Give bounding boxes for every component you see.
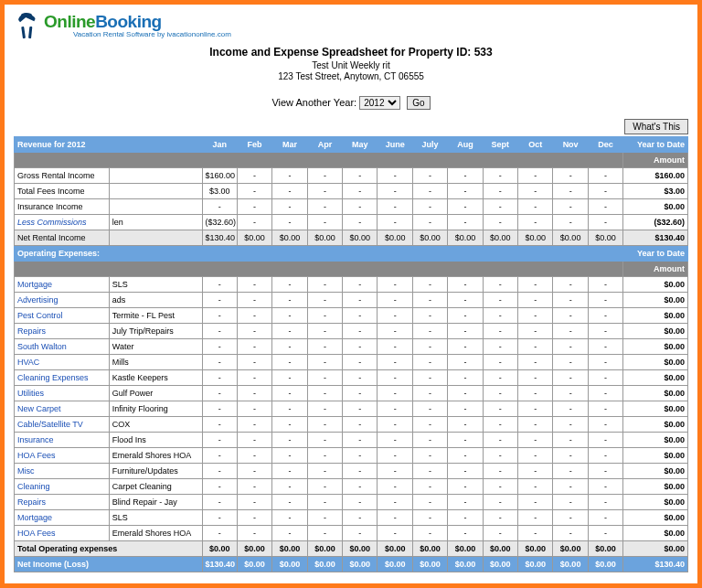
cell: -: [237, 308, 271, 324]
row-label[interactable]: Advertising: [15, 293, 110, 308]
cell: -: [378, 168, 412, 184]
cell: -: [307, 324, 342, 339]
expense-link[interactable]: Repairs: [17, 326, 46, 336]
cell: -: [553, 464, 588, 479]
row-label[interactable]: Repairs: [15, 495, 110, 510]
row-label[interactable]: Insurance: [15, 433, 110, 448]
row-label[interactable]: Cable/Satellite TV: [15, 417, 110, 433]
expense-link[interactable]: Cable/Satellite TV: [17, 420, 83, 429]
ytd-cell: $0.00: [623, 417, 688, 433]
year-select[interactable]: 2012: [359, 96, 400, 110]
month-header: Nov: [553, 137, 588, 153]
cell: $0.00: [272, 230, 307, 246]
cell: -: [588, 495, 622, 510]
month-header: June: [378, 137, 412, 153]
cell: -: [378, 277, 412, 293]
row-desc: July Trip/Repairs: [109, 324, 202, 339]
cell: $0.00: [588, 557, 622, 572]
expense-link[interactable]: HVAC: [17, 358, 39, 367]
row-label[interactable]: HOA Fees: [15, 526, 110, 541]
expense-link[interactable]: Mortgage: [17, 513, 52, 522]
expense-link[interactable]: HOA Fees: [17, 451, 56, 460]
expense-link[interactable]: Misc: [17, 466, 35, 476]
row-desc: Blind Repair - Jay: [109, 495, 202, 510]
cell: -: [518, 355, 553, 370]
cell: -: [272, 184, 307, 199]
expense-link[interactable]: Pest Control: [17, 311, 63, 320]
cell: -: [202, 199, 237, 215]
row-label[interactable]: Misc: [15, 464, 110, 479]
cell: -: [518, 510, 553, 526]
whats-this-button[interactable]: What's This: [624, 119, 688, 134]
cell: $0.00: [202, 541, 237, 557]
ytd-header: Year to Date: [623, 137, 688, 153]
cell: ($32.60): [202, 215, 237, 230]
row-label[interactable]: Mortgage: [15, 277, 110, 293]
cell: $0.00: [343, 541, 378, 557]
expense-link[interactable]: Mortgage: [17, 280, 52, 289]
row-label: Less Commissions: [15, 215, 110, 230]
row-label[interactable]: Utilities: [15, 386, 110, 401]
cell: -: [237, 479, 271, 495]
month-header: Jan: [202, 137, 237, 153]
cell: -: [202, 479, 237, 495]
expense-link[interactable]: Cleaning Expenses: [17, 373, 89, 382]
row-label[interactable]: Mortgage: [15, 510, 110, 526]
row-label[interactable]: Cleaning: [15, 479, 110, 495]
cell: $0.00: [448, 557, 483, 572]
cell: -: [483, 339, 517, 355]
cell: -: [272, 401, 307, 417]
cell: -: [378, 386, 412, 401]
cell: -: [518, 199, 553, 215]
expense-link[interactable]: Cleaning: [17, 482, 50, 491]
cell: -: [483, 526, 517, 541]
month-header: Dec: [588, 137, 622, 153]
row-label[interactable]: South Walton: [15, 339, 110, 355]
cell: -: [378, 526, 412, 541]
expense-link[interactable]: HOA Fees: [17, 529, 56, 538]
ytd-cell: $0.00: [623, 541, 688, 557]
expense-link[interactable]: New Carpet: [17, 404, 61, 413]
expense-link[interactable]: Advertising: [17, 295, 58, 305]
cell: $0.00: [483, 541, 517, 557]
cell: -: [412, 495, 447, 510]
expense-link[interactable]: Insurance: [17, 435, 54, 444]
cell: -: [518, 464, 553, 479]
row-label[interactable]: Pest Control: [15, 308, 110, 324]
cell: -: [483, 386, 517, 401]
row-label[interactable]: HOA Fees: [15, 448, 110, 464]
cell: -: [553, 293, 588, 308]
cell: -: [588, 277, 622, 293]
row-label[interactable]: Cleaning Expenses: [15, 370, 110, 386]
cell: -: [448, 277, 483, 293]
go-button[interactable]: Go: [407, 96, 430, 110]
row-desc: Emerald Shores HOA: [109, 448, 202, 464]
cell: $0.00: [378, 230, 412, 246]
row-label[interactable]: HVAC: [15, 355, 110, 370]
cell: -: [307, 448, 342, 464]
cell: -: [237, 355, 271, 370]
cell: -: [307, 479, 342, 495]
row-label[interactable]: Repairs: [15, 324, 110, 339]
expense-link[interactable]: Utilities: [17, 389, 44, 398]
cell: -: [518, 168, 553, 184]
cell: -: [343, 386, 378, 401]
ytd-cell: $0.00: [623, 401, 688, 417]
ytd-cell: $130.40: [623, 557, 688, 572]
ytd-cell: $0.00: [623, 277, 688, 293]
cell: -: [483, 510, 517, 526]
cell: $0.00: [237, 230, 271, 246]
cell: -: [343, 448, 378, 464]
cell: -: [518, 339, 553, 355]
cell: -: [448, 386, 483, 401]
expense-link[interactable]: Repairs: [17, 497, 46, 507]
expense-link[interactable]: South Walton: [17, 342, 67, 351]
cell: -: [483, 215, 517, 230]
year-label: View Another Year:: [271, 97, 356, 108]
ytd-cell: $0.00: [623, 199, 688, 215]
cell: -: [272, 277, 307, 293]
row-label[interactable]: New Carpet: [15, 401, 110, 417]
row-desc: COX: [109, 417, 202, 433]
cell: -: [272, 433, 307, 448]
cell: -: [518, 293, 553, 308]
